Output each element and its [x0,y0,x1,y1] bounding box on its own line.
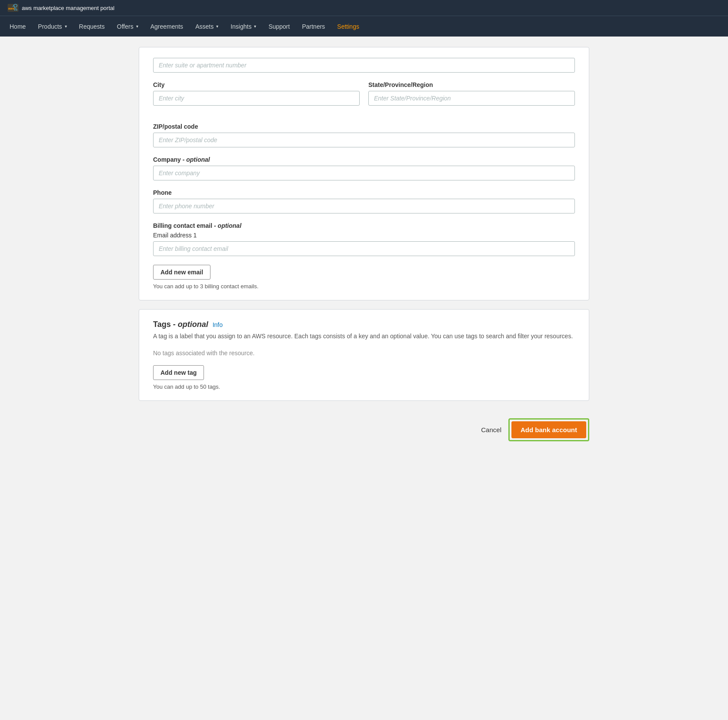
svg-point-3 [14,10,16,11]
svg-point-4 [16,10,17,11]
nav-products[interactable]: Products ▾ [32,16,73,37]
billing-email-label: Billing contact email - optional [153,222,575,229]
state-label: State/Province/Region [368,81,575,88]
nav-settings[interactable]: Settings [331,16,365,37]
billing-email-input[interactable] [153,241,575,256]
insights-caret: ▾ [254,24,256,29]
main-content: City State/Province/Region ZIP/postal co… [125,37,603,455]
svg-text:aws: aws [8,7,15,10]
suite-input[interactable] [153,58,575,73]
nav-partners[interactable]: Partners [296,16,331,37]
aws-logo: aws aws marketplace management portal [7,2,114,14]
city-input[interactable] [153,91,360,106]
email-address-1-label: Email address 1 [153,232,575,239]
add-new-email-button[interactable]: Add new email [153,265,210,280]
state-field-group: State/Province/Region [368,81,575,106]
address-form-card: City State/Province/Region ZIP/postal co… [139,47,589,300]
nav-home[interactable]: Home [3,16,32,37]
add-new-tag-button[interactable]: Add new tag [153,365,204,380]
city-field-group: City [153,81,360,106]
nav-support[interactable]: Support [262,16,296,37]
phone-field-group: Phone [153,189,575,213]
tags-card: Tags - optional Info A tag is a label th… [139,309,589,401]
no-tags-message: No tags associated with the resource. [153,350,575,357]
cancel-button[interactable]: Cancel [481,426,501,433]
billing-email-section: Billing contact email - optional Email a… [153,222,575,256]
products-caret: ▾ [65,24,67,29]
add-bank-account-button[interactable]: Add bank account [511,421,586,438]
phone-label: Phone [153,189,575,196]
nav-assets[interactable]: Assets ▾ [189,16,224,37]
zip-input[interactable] [153,133,575,147]
nav-bar: Home Products ▾ Requests Offers ▾ Agreem… [0,16,728,37]
zip-label: ZIP/postal code [153,123,575,130]
company-label: Company - optional [153,156,575,163]
email-note: You can add up to 3 billing contact emai… [153,283,575,290]
nav-requests[interactable]: Requests [73,16,111,37]
city-state-row: City State/Province/Region [153,81,575,114]
tags-note: You can add up to 50 tags. [153,383,575,390]
company-input[interactable] [153,166,575,180]
nav-offers[interactable]: Offers ▾ [111,16,144,37]
state-input[interactable] [368,91,575,106]
nav-agreements[interactable]: Agreements [144,16,189,37]
suite-field-group [153,58,575,73]
top-bar: aws aws marketplace management portal [0,0,728,16]
assets-caret: ▾ [216,24,218,29]
footer-actions: Cancel Add bank account [139,410,589,445]
tags-title: Tags - optional Info [153,320,575,329]
company-field-group: Company - optional [153,156,575,180]
nav-insights[interactable]: Insights ▾ [224,16,262,37]
portal-title: aws marketplace management portal [22,5,114,11]
tags-info-link[interactable]: Info [213,321,223,328]
zip-field-group: ZIP/postal code [153,123,575,147]
city-label: City [153,81,360,88]
add-bank-wrapper: Add bank account [508,418,589,441]
offers-caret: ▾ [136,24,138,29]
phone-input[interactable] [153,199,575,213]
tags-description: A tag is a label that you assign to an A… [153,332,575,341]
